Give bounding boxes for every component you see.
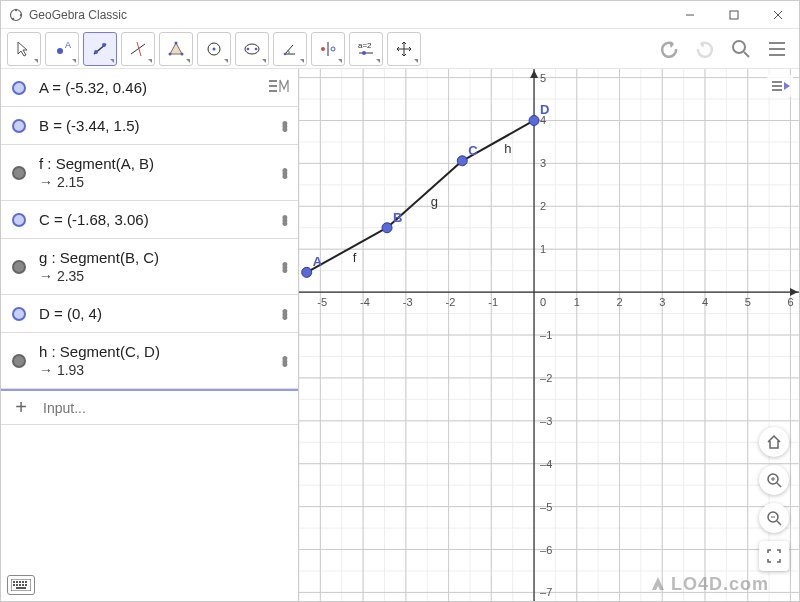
svg-text:–4: –4 <box>540 458 552 470</box>
svg-rect-5 <box>730 11 738 19</box>
svg-text:3: 3 <box>540 157 546 169</box>
tool-reflect[interactable] <box>311 32 345 66</box>
window-title: GeoGebra Classic <box>29 8 127 22</box>
more-options-button[interactable]: ••• <box>278 168 292 177</box>
svg-point-151 <box>457 156 467 166</box>
algebra-row[interactable]: B = (-3.44, 1.5)••• <box>1 107 298 145</box>
svg-text:1: 1 <box>540 243 546 255</box>
tool-polygon[interactable] <box>159 32 193 66</box>
svg-text:2: 2 <box>540 200 546 212</box>
svg-point-26 <box>321 47 325 51</box>
symbolic-toggle[interactable] <box>266 75 292 97</box>
svg-text:a=2: a=2 <box>358 41 372 50</box>
svg-text:–1: –1 <box>540 329 552 341</box>
svg-line-176 <box>777 483 781 487</box>
svg-text:-5: -5 <box>317 296 327 308</box>
svg-point-22 <box>247 47 250 50</box>
svg-text:6: 6 <box>787 296 793 308</box>
algebra-expression: g : Segment(B, C)→ 2.35 <box>39 249 278 284</box>
app-icon <box>9 8 23 22</box>
svg-text:A: A <box>313 254 323 269</box>
toolbar: A a=2 <box>1 29 799 69</box>
add-icon[interactable]: + <box>1 396 41 419</box>
more-options-button[interactable]: ••• <box>278 215 292 224</box>
input-row: + <box>1 389 298 425</box>
svg-text:C: C <box>468 143 478 158</box>
svg-text:2: 2 <box>617 296 623 308</box>
undo-button[interactable] <box>653 33 685 65</box>
svg-line-180 <box>777 521 781 525</box>
svg-point-153 <box>529 115 539 125</box>
tool-perpendicular[interactable] <box>121 32 155 66</box>
watermark: LO4D.com <box>649 574 769 595</box>
svg-point-20 <box>213 47 216 50</box>
svg-point-149 <box>382 223 392 233</box>
algebra-row[interactable]: D = (0, 4)••• <box>1 295 298 333</box>
maximize-button[interactable] <box>721 5 747 25</box>
more-options-button[interactable]: ••• <box>278 121 292 130</box>
algebra-input[interactable] <box>41 399 298 417</box>
svg-point-2 <box>20 13 22 15</box>
fullscreen-button[interactable] <box>759 541 789 571</box>
more-options-button[interactable]: ••• <box>278 356 292 365</box>
svg-marker-15 <box>170 43 182 54</box>
svg-text:A: A <box>65 40 71 50</box>
visibility-toggle[interactable] <box>9 163 29 183</box>
algebra-row[interactable]: h : Segment(C, D)→ 1.93••• <box>1 333 298 389</box>
algebra-row[interactable]: f : Segment(A, B)→ 2.15••• <box>1 145 298 201</box>
svg-point-31 <box>733 41 745 53</box>
svg-point-1 <box>15 8 17 10</box>
redo-button[interactable] <box>689 33 721 65</box>
tool-angle[interactable] <box>273 32 307 66</box>
svg-rect-186 <box>22 581 24 583</box>
tool-line[interactable] <box>83 32 117 66</box>
close-button[interactable] <box>765 5 791 25</box>
svg-marker-115 <box>790 288 798 296</box>
svg-rect-193 <box>16 587 26 589</box>
algebra-row[interactable]: g : Segment(B, C)→ 2.35••• <box>1 239 298 295</box>
svg-marker-116 <box>530 70 538 78</box>
svg-text:-2: -2 <box>446 296 456 308</box>
algebra-row[interactable]: A = (-5.32, 0.46)••• <box>1 69 298 107</box>
svg-text:f: f <box>353 250 357 265</box>
svg-rect-188 <box>13 584 15 586</box>
search-button[interactable] <box>725 33 757 65</box>
algebra-row[interactable]: C = (-1.68, 3.06)••• <box>1 201 298 239</box>
more-options-button[interactable]: ••• <box>278 309 292 318</box>
graphics-view[interactable]: -5-4-3-2-1123456–7–6–5–4–3–2–1123450fghA… <box>299 69 799 601</box>
svg-text:5: 5 <box>745 296 751 308</box>
visibility-toggle[interactable] <box>9 304 29 324</box>
tool-slider[interactable]: a=2 <box>349 32 383 66</box>
zoom-in-button[interactable] <box>759 465 789 495</box>
svg-point-147 <box>302 267 312 277</box>
svg-text:4: 4 <box>702 296 708 308</box>
tool-circle[interactable] <box>197 32 231 66</box>
tool-move[interactable] <box>7 32 41 66</box>
svg-point-8 <box>57 48 63 54</box>
tool-move-view[interactable] <box>387 32 421 66</box>
svg-point-17 <box>181 52 184 55</box>
visibility-toggle[interactable] <box>9 351 29 371</box>
svg-rect-190 <box>19 584 21 586</box>
tool-ellipse[interactable] <box>235 32 269 66</box>
zoom-out-button[interactable] <box>759 503 789 533</box>
menu-button[interactable] <box>761 33 793 65</box>
stylebar-toggle[interactable] <box>767 75 793 97</box>
visibility-toggle[interactable] <box>9 116 29 136</box>
visibility-toggle[interactable] <box>9 210 29 230</box>
tool-point[interactable]: A <box>45 32 79 66</box>
svg-rect-187 <box>25 581 27 583</box>
algebra-expression: h : Segment(C, D)→ 1.93 <box>39 343 278 378</box>
svg-rect-184 <box>16 581 18 583</box>
svg-point-11 <box>94 50 98 54</box>
svg-point-12 <box>102 43 106 47</box>
home-button[interactable] <box>759 427 789 457</box>
minimize-button[interactable] <box>677 5 703 25</box>
svg-rect-192 <box>25 584 27 586</box>
visibility-toggle[interactable] <box>9 78 29 98</box>
visibility-toggle[interactable] <box>9 257 29 277</box>
svg-text:5: 5 <box>540 72 546 84</box>
more-options-button[interactable]: ••• <box>278 262 292 271</box>
virtual-keyboard-button[interactable] <box>7 575 35 595</box>
svg-point-30 <box>362 51 366 55</box>
